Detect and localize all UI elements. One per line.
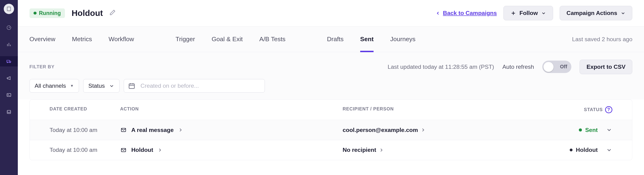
- col-status-header: STATUS ?: [567, 106, 612, 113]
- toggle-knob-icon: [544, 62, 553, 72]
- edit-title-button[interactable]: [110, 9, 116, 17]
- mail-icon: [120, 147, 127, 153]
- chevron-left-icon: [436, 11, 440, 16]
- table-row: Today at 10:00 am A real message cool.pe…: [30, 120, 632, 140]
- chevron-down-icon: [109, 83, 114, 89]
- chevron-right-icon: [420, 127, 426, 133]
- sidebar-item-campaigns[interactable]: [0, 56, 18, 66]
- created-date-input[interactable]: [124, 79, 265, 93]
- mail-icon: [120, 127, 127, 133]
- status-badge: Holdout: [570, 147, 598, 153]
- campaign-actions-button[interactable]: Campaign Actions: [560, 6, 632, 20]
- inbox-icon: [6, 109, 12, 114]
- back-link-label: Back to Campaigns: [443, 10, 497, 16]
- sidebar-item-dashboard[interactable]: [0, 22, 18, 33]
- chevron-down-icon: [541, 11, 546, 16]
- last-saved-text: Last saved 2 hours ago: [572, 36, 632, 43]
- follow-button[interactable]: Follow: [504, 6, 553, 20]
- cell-date: Today at 10:00 am: [50, 127, 120, 133]
- campaign-actions-label: Campaign Actions: [566, 10, 617, 16]
- sidebar-item-transactional[interactable]: [0, 90, 18, 100]
- table-row: Today at 10:00 am Holdout No recipient H…: [30, 140, 632, 160]
- status-badge: Running: [30, 8, 65, 18]
- filter-bar: FILTER BY Last updated today at 11:28:55…: [18, 52, 644, 99]
- col-date-header: DATE CREATED: [50, 106, 120, 113]
- expand-row-button[interactable]: [606, 147, 612, 153]
- tab-overview[interactable]: Overview: [30, 26, 56, 52]
- channels-value: All channels: [35, 83, 66, 89]
- cell-recipient[interactable]: cool.person@example.com: [342, 127, 567, 133]
- tab-group-3: Drafts Sent Journeys: [327, 26, 416, 52]
- main-content: Running Holdout Back to Campaigns Follow…: [18, 0, 644, 175]
- export-csv-button[interactable]: Export to CSV: [580, 60, 632, 74]
- auto-refresh-toggle[interactable]: Off: [542, 61, 571, 73]
- gauge-icon: [6, 25, 12, 30]
- status-select[interactable]: Status: [83, 79, 120, 93]
- cell-action[interactable]: A real message: [120, 127, 342, 133]
- truck-icon: [6, 59, 12, 64]
- chevron-right-icon: [157, 147, 163, 153]
- tab-group-2: Trigger Goal & Exit A/B Tests: [176, 26, 286, 52]
- campaign-tabs: Overview Metrics Workflow Trigger Goal &…: [18, 26, 644, 52]
- bar-chart-icon: [6, 42, 12, 47]
- sidebar-item-analytics[interactable]: [0, 39, 18, 50]
- page-header: Running Holdout Back to Campaigns Follow…: [18, 0, 644, 26]
- table-header: DATE CREATED ACTION RECIPIENT / PERSON S…: [30, 100, 632, 120]
- deliveries-table: DATE CREATED ACTION RECIPIENT / PERSON S…: [30, 99, 632, 160]
- triangle-down-icon: ▼: [70, 84, 74, 88]
- cell-action[interactable]: Holdout: [120, 147, 342, 153]
- tab-journeys[interactable]: Journeys: [390, 26, 416, 52]
- tab-group-1: Overview Metrics Workflow: [30, 26, 134, 52]
- svg-rect-22: [129, 84, 134, 88]
- tab-ab-tests[interactable]: A/B Tests: [259, 26, 286, 52]
- expand-row-button[interactable]: [606, 127, 612, 133]
- export-csv-label: Export to CSV: [586, 64, 626, 70]
- svg-rect-15: [7, 60, 9, 62]
- status-text: Running: [39, 10, 61, 16]
- created-date-field[interactable]: [140, 79, 260, 92]
- filter-by-label: FILTER BY: [30, 64, 54, 69]
- sidebar-item-broadcasts[interactable]: [0, 73, 18, 83]
- building-icon: [6, 6, 12, 11]
- app-sidebar: [0, 0, 18, 175]
- tab-workflow[interactable]: Workflow: [108, 26, 134, 52]
- svg-line-11: [9, 27, 10, 28]
- chevron-right-icon: [178, 127, 183, 133]
- toggle-state-label: Off: [560, 64, 567, 70]
- tab-drafts[interactable]: Drafts: [327, 26, 344, 52]
- svg-rect-0: [7, 7, 11, 11]
- workspace-logo[interactable]: [4, 4, 14, 14]
- page-title: Holdout: [72, 8, 103, 18]
- tab-goal-exit[interactable]: Goal & Exit: [212, 26, 243, 52]
- terminal-icon: [6, 92, 12, 98]
- plus-icon: [510, 10, 516, 16]
- col-action-header: ACTION: [120, 106, 342, 113]
- status-value: Status: [88, 83, 105, 89]
- auto-refresh-label: Auto refresh: [502, 64, 534, 70]
- tab-trigger[interactable]: Trigger: [176, 26, 195, 52]
- help-icon[interactable]: ?: [605, 106, 612, 113]
- chevron-down-icon: [620, 11, 626, 16]
- status-dot-icon: [34, 12, 36, 14]
- tab-sent[interactable]: Sent: [360, 26, 374, 52]
- chevron-right-icon: [379, 147, 384, 153]
- channels-select[interactable]: All channels ▼: [30, 79, 79, 93]
- back-to-campaigns-link[interactable]: Back to Campaigns: [436, 10, 497, 16]
- calendar-icon: [128, 82, 135, 89]
- svg-rect-18: [7, 94, 11, 97]
- cell-recipient[interactable]: No recipient: [342, 147, 567, 153]
- status-badge: Sent: [579, 127, 598, 133]
- follow-label: Follow: [520, 10, 538, 16]
- sidebar-item-deliveries[interactable]: [0, 107, 18, 117]
- pencil-icon: [110, 9, 116, 16]
- last-updated-text: Last updated today at 11:28:55 am (PST): [388, 64, 494, 70]
- cell-date: Today at 10:00 am: [50, 147, 120, 153]
- tab-metrics[interactable]: Metrics: [72, 26, 92, 52]
- megaphone-icon: [6, 76, 12, 81]
- col-recipient-header: RECIPIENT / PERSON: [342, 106, 567, 113]
